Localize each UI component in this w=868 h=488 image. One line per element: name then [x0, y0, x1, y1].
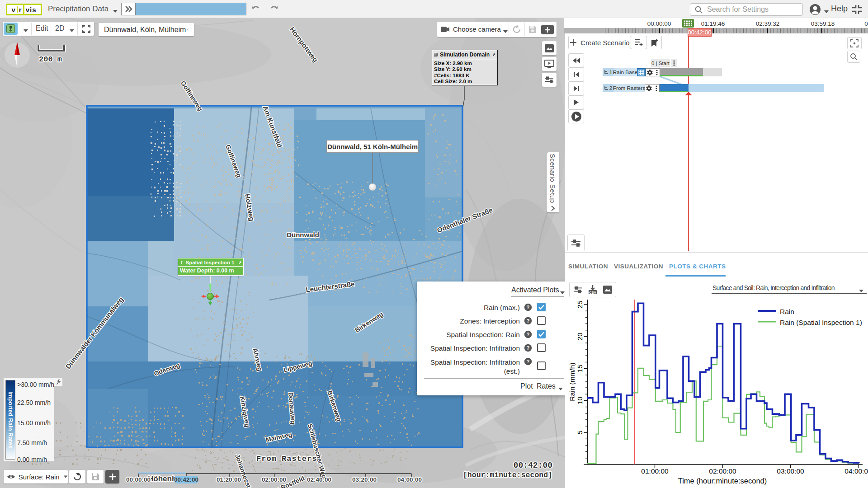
svg-text:01:00:00: 01:00:00 [641, 467, 669, 475]
svg-text:15: 15 [576, 365, 584, 372]
svg-text:Rain (mm/h): Rain (mm/h) [568, 362, 576, 401]
svg-text:?: ? [526, 345, 529, 351]
svg-text:02:00:00: 02:00:00 [709, 467, 736, 475]
svg-text:?: ? [526, 332, 529, 337]
svg-text:5: 5 [576, 431, 584, 435]
svg-text:0: 0 [864, 20, 868, 27]
svg-text:Dünnwald: Dünnwald [287, 231, 319, 239]
svg-text:?: ? [526, 305, 529, 310]
svg-text:03:59:18: 03:59:18 [811, 20, 835, 27]
svg-text:20: 20 [576, 333, 584, 341]
svg-text:04:00:00: 04:00:00 [844, 467, 868, 475]
svg-text:01:19:46: 01:19:46 [701, 20, 725, 27]
svg-text:Rain (Spatial Inspection 1): Rain (Spatial Inspection 1) [780, 319, 862, 326]
svg-text:03:00:00: 03:00:00 [777, 467, 804, 475]
svg-text:10: 10 [576, 396, 584, 404]
svg-text:02:39:32: 02:39:32 [756, 20, 780, 27]
svg-text:Time (hour:minute:second): Time (hour:minute:second) [678, 477, 767, 485]
svg-text:25: 25 [576, 300, 584, 308]
svg-text:Rain: Rain [780, 308, 794, 315]
svg-text:00:00:00: 00:00:00 [647, 20, 671, 27]
svg-text:?: ? [526, 359, 529, 364]
svg-text:?: ? [526, 318, 529, 324]
